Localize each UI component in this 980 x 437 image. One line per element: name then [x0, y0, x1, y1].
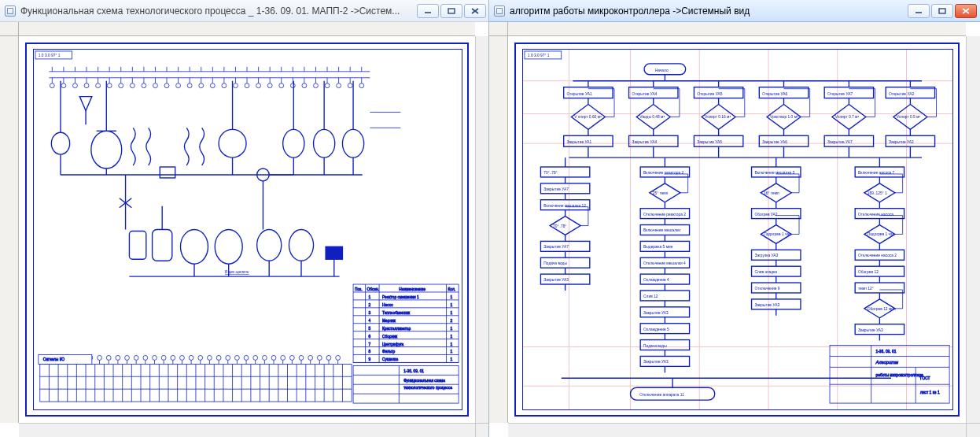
svg-point-24: [107, 83, 112, 88]
svg-text:Сигналы I/O: Сигналы I/O: [43, 357, 65, 361]
maximize-button[interactable]: [931, 4, 953, 18]
svg-point-217: [143, 355, 148, 360]
svg-text:работы микроконтроллера: работы микроконтроллера: [876, 373, 924, 377]
svg-point-205: [106, 355, 111, 360]
ruler-vertical[interactable]: [0, 36, 19, 423]
svg-point-277: [326, 355, 331, 360]
svg-point-9: [50, 83, 54, 88]
titlebar-right[interactable]: алгоритм работы микроконтроллера ->Систе…: [489, 0, 980, 22]
svg-text:Мерник: Мерник: [382, 319, 396, 323]
svg-point-244: [226, 355, 230, 360]
svg-text:Открытие УА1: Открытие УА1: [567, 92, 592, 96]
svg-text:1: 1: [450, 342, 452, 346]
svg-point-232: [189, 355, 193, 360]
svg-point-92: [51, 132, 69, 154]
svg-point-42: [176, 83, 181, 88]
svg-text:Закрытие УА2: Закрытие УА2: [889, 140, 914, 144]
scrollbar-horizontal[interactable]: [19, 423, 475, 437]
mdi-child-window-right: алгоритм работы микроконтроллера ->Систе…: [489, 0, 980, 437]
svg-point-123: [181, 230, 208, 265]
svg-point-107: [342, 129, 363, 157]
client-area-left: 1.0 3.0 97° 1: [0, 22, 489, 437]
minimize-button[interactable]: [417, 4, 439, 18]
scrollbar-vertical[interactable]: [475, 36, 489, 423]
window-title: алгоритм работы микроконтроллера ->Систе…: [510, 6, 908, 17]
svg-text:1: 1: [450, 357, 452, 361]
svg-text:Алгоритм: Алгоритм: [875, 360, 899, 365]
svg-point-280: [336, 355, 341, 360]
svg-text:Обогрев УА2: Обогрев УА2: [754, 213, 777, 217]
svg-point-33: [142, 83, 146, 88]
svg-text:Открытие УА2: Открытие УА2: [889, 92, 914, 96]
svg-text:1: 1: [450, 295, 452, 299]
maximize-button[interactable]: [440, 4, 462, 18]
svg-text:Реактор смешения 1: Реактор смешения 1: [382, 295, 419, 299]
close-button[interactable]: [464, 4, 486, 18]
svg-text:Охлаждение 5: Охлаждение 5: [643, 328, 669, 331]
svg-text:2: 2: [450, 319, 452, 323]
svg-text:Закрытие УА7: Закрытие УА7: [827, 140, 853, 144]
svg-text:темп 12°: темп 12°: [858, 287, 874, 291]
minimize-button[interactable]: [908, 4, 930, 18]
svg-point-18: [84, 83, 89, 88]
svg-point-45: [187, 83, 192, 88]
svg-text:Кол.: Кол.: [448, 287, 456, 291]
svg-point-208: [116, 355, 120, 360]
svg-text:Закрытие УА7: Закрытие УА7: [543, 187, 569, 191]
svg-text:Фильтр: Фильтр: [382, 350, 396, 354]
svg-text:1.0  3.0   97° 1: 1.0 3.0 97° 1: [528, 54, 550, 57]
ruler-vertical[interactable]: [489, 36, 508, 423]
svg-point-256: [262, 355, 267, 360]
svg-text:2: 2: [368, 303, 370, 307]
svg-text:Слив осадка: Слив осадка: [754, 270, 777, 274]
svg-text:8: 8: [368, 350, 370, 354]
svg-point-15: [73, 83, 78, 88]
svg-point-30: [130, 83, 134, 88]
svg-point-81: [325, 83, 330, 88]
svg-text:1: 1: [450, 303, 452, 307]
svg-text:V спирт 0.60 м³: V спирт 0.60 м³: [574, 115, 602, 119]
close-button[interactable]: [955, 4, 977, 18]
ruler-horizontal[interactable]: [508, 22, 966, 36]
svg-point-235: [198, 355, 203, 360]
titlebar-left[interactable]: Функциональная схема технологического пр…: [0, 0, 489, 22]
svg-text:25° темп: 25° темп: [653, 191, 669, 195]
svg-text:4: 4: [368, 319, 370, 323]
svg-rect-127: [326, 246, 342, 259]
scrollbar-horizontal[interactable]: [508, 423, 966, 437]
svg-point-214: [134, 355, 138, 360]
svg-point-229: [180, 355, 185, 360]
svg-rect-1: [448, 9, 455, 13]
svg-point-99: [219, 129, 246, 157]
svg-text:Открытие УА7: Открытие УА7: [827, 92, 853, 96]
svg-text:Выдержка 5 мин: Выдержка 5 мин: [643, 245, 673, 249]
svg-point-60: [245, 83, 249, 88]
svg-text:Охлаждение 4: Охлаждение 4: [643, 278, 669, 282]
svg-point-202: [98, 355, 102, 360]
svg-text:1: 1: [450, 327, 452, 331]
svg-text:Теплообменник: Теплообменник: [382, 311, 411, 315]
svg-point-103: [283, 129, 304, 157]
svg-point-75: [302, 83, 307, 88]
svg-text:70°..78°: 70°..78°: [543, 171, 557, 175]
svg-text:Подогрев 1 час: Подогрев 1 час: [764, 232, 791, 236]
svg-text:технологического процесса: технологического процесса: [403, 386, 452, 390]
svg-text:Закрытие УА4: Закрытие УА4: [632, 140, 657, 144]
scrollbar-vertical[interactable]: [966, 36, 980, 423]
drawing-canvas-left[interactable]: 1.0 3.0 97° 1: [19, 36, 475, 423]
mdi-child-window-left: Функциональная схема технологического пр…: [0, 0, 489, 437]
svg-text:Функциональная схема: Функциональная схема: [403, 379, 445, 383]
svg-point-238: [208, 355, 212, 360]
svg-text:70°..78°: 70°..78°: [553, 224, 566, 228]
svg-text:Закрытие УА3: Закрытие УА3: [754, 303, 779, 307]
sheet-frame-inner: 1.0 3.0 97° 1: [33, 49, 462, 410]
svg-point-12: [61, 83, 66, 88]
svg-point-54: [222, 83, 227, 88]
svg-text:16° темп: 16° темп: [764, 191, 779, 195]
drawing-canvas-right[interactable]: 1.0 3.0 97° 1 Начало Открытие УА1V спирт…: [508, 36, 966, 423]
svg-text:Начало: Начало: [655, 69, 669, 72]
flowchart-svg: 1.0 3.0 97° 1 Начало Открытие УА1V спирт…: [523, 50, 952, 409]
svg-text:Слив 12: Слив 12: [643, 294, 658, 298]
svg-text:1.0  3.0   97° 1: 1.0 3.0 97° 1: [39, 54, 61, 57]
ruler-horizontal[interactable]: [19, 22, 475, 36]
